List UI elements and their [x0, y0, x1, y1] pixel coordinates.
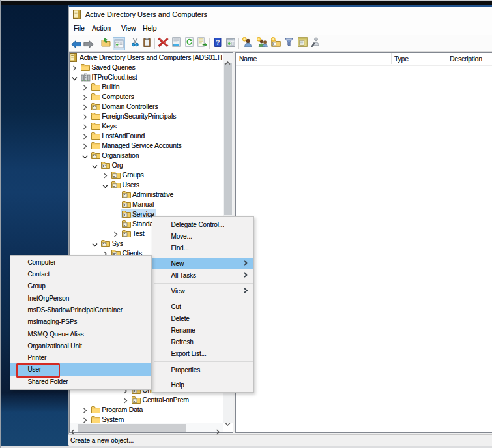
svg-text:?: ? — [216, 38, 220, 46]
